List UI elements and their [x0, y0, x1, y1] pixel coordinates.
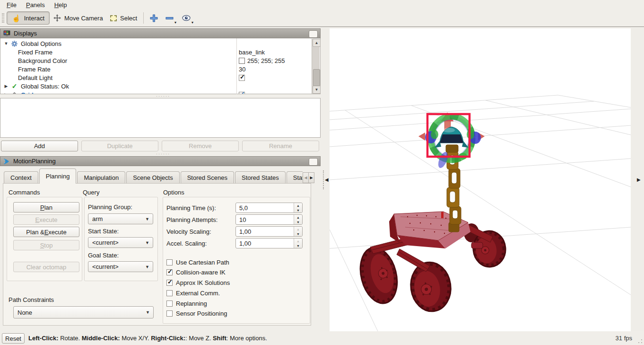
tab-context[interactable]: Context — [4, 171, 38, 183]
spin-down-icon[interactable]: ▼ — [294, 231, 302, 236]
displays-scrollbar[interactable]: ▲ ▼ — [312, 39, 320, 94]
zoom-out-button[interactable]: ▾ — [162, 11, 177, 25]
move-camera-icon — [53, 14, 61, 22]
resize-grip[interactable] — [638, 339, 643, 344]
external-comm-checkbox[interactable] — [166, 290, 173, 296]
goal-state-combo[interactable]: <current>▼ — [88, 261, 153, 272]
move-camera-tool-button[interactable]: Move Camera — [48, 11, 108, 25]
zoom-in-button[interactable] — [147, 11, 161, 25]
velocity-scaling-spinner[interactable]: 1,00 ▲▼ — [235, 226, 303, 237]
interactive-marker[interactable] — [418, 113, 485, 169]
spin-down-icon[interactable]: ▼ — [294, 208, 302, 212]
background-color-label: Background Color — [18, 57, 67, 64]
collision-aware-ik-checkbox[interactable] — [166, 269, 173, 275]
splitter-handle[interactable]: ······ — [156, 151, 170, 156]
scroll-down-icon[interactable]: ▼ — [313, 86, 321, 94]
sensor-positioning-checkbox[interactable] — [166, 310, 173, 317]
plan-button[interactable]: Plan — [13, 202, 79, 212]
rename-display-button[interactable]: Rename — [242, 141, 319, 151]
add-display-button[interactable]: Add — [1, 141, 78, 151]
tab-planning[interactable]: Planning — [39, 168, 77, 184]
background-color-value[interactable]: 255; 255; 255 — [239, 57, 285, 64]
tree-column-divider[interactable] — [236, 38, 237, 94]
displays-panel-float-button[interactable] — [309, 30, 318, 38]
collapse-arrow-icon[interactable]: ▼ — [3, 41, 9, 46]
robot-rover[interactable] — [355, 212, 507, 314]
planning-attempts-spinner[interactable]: 10 ▲▼ — [235, 214, 303, 225]
expand-panel-right-icon[interactable]: ▶ — [637, 177, 641, 182]
grid-checkbox[interactable] — [239, 92, 245, 95]
replanning-checkbox[interactable] — [166, 301, 173, 307]
fixed-frame-value[interactable]: base_link — [239, 49, 265, 56]
mouse-hints: Left-Click: Rotate. Middle-Click: Move X… — [28, 331, 267, 345]
planning-time-spinner[interactable]: 5,0 ▲▼ — [235, 203, 303, 213]
expand-arrow-icon[interactable]: ▶ — [3, 84, 9, 88]
execute-button[interactable]: Execute — [13, 214, 79, 225]
spin-up-icon[interactable]: ▲ — [294, 227, 302, 231]
plan-and-execute-button[interactable]: Plan & Execute — [13, 227, 79, 237]
gear-icon — [11, 41, 18, 47]
stop-button[interactable]: Stop — [13, 240, 79, 250]
velocity-scaling-label: Velocity Scaling: — [166, 228, 211, 235]
tree-row-global-options[interactable]: ▼ Global Options — [0, 39, 311, 48]
3d-scene[interactable] — [330, 28, 631, 331]
fixed-frame-label: Fixed Frame — [18, 49, 52, 56]
use-cartesian-path-checkbox[interactable] — [166, 259, 173, 265]
start-state-combo[interactable]: <current>▼ — [88, 237, 153, 248]
menu-bar: File Panels Help — [0, 0, 644, 9]
spin-up-icon[interactable]: ▲ — [294, 203, 302, 208]
tab-stored-states[interactable]: Stored States — [235, 171, 286, 183]
planning-group-label: Planning Group: — [88, 203, 132, 211]
tab-manipulation[interactable]: Manipulation — [77, 171, 125, 183]
chevron-down-icon: ▼ — [145, 265, 149, 269]
expand-arrow-icon[interactable]: ▶ — [3, 92, 9, 94]
planning-group-combo[interactable]: arm▼ — [88, 213, 153, 224]
scrollbar-thumb[interactable] — [313, 69, 320, 86]
spin-down-icon[interactable]: ▼ — [294, 220, 302, 224]
plus-icon — [150, 14, 158, 22]
reset-button[interactable]: Reset — [2, 333, 25, 344]
motion-planning-float-button[interactable] — [309, 158, 318, 166]
toolbar-drag-handle[interactable] — [2, 13, 4, 23]
tree-row-frame-rate[interactable]: Frame Rate 30 — [0, 65, 311, 73]
spin-down-icon[interactable]: ▼ — [294, 243, 302, 248]
approx-ik-solutions-checkbox[interactable] — [166, 280, 173, 286]
zoom-out-dropdown-arrow[interactable]: ▾ — [174, 20, 176, 25]
tree-row-background-color[interactable]: Background Color 255; 255; 255 — [0, 56, 311, 65]
menu-file[interactable]: File — [2, 0, 21, 9]
menu-help[interactable]: Help — [50, 0, 72, 9]
motion-planning-icon — [3, 158, 10, 165]
menu-panels[interactable]: Panels — [21, 0, 50, 9]
interact-tool-button[interactable]: ☝ Interact — [7, 11, 50, 25]
camera-view-button[interactable]: ▾ — [179, 11, 194, 25]
remove-display-button[interactable]: Remove — [162, 141, 239, 151]
tab-scroll-right-icon[interactable]: ▶ — [308, 172, 314, 183]
default-light-checkbox[interactable] — [239, 75, 245, 81]
collapse-panel-left-icon[interactable]: ◀ — [325, 177, 329, 182]
color-swatch[interactable] — [239, 58, 245, 64]
spin-up-icon[interactable]: ▲ — [294, 215, 302, 220]
tree-row-default-light[interactable]: Default Light — [0, 73, 311, 82]
tab-stored-scenes[interactable]: Stored Scenes — [181, 171, 234, 183]
tab-status[interactable]: Status — [287, 171, 303, 183]
panel-splitter[interactable] — [323, 170, 324, 189]
tab-scene-objects[interactable]: Scene Objects — [126, 171, 180, 183]
displays-icon — [3, 30, 10, 36]
3d-viewport[interactable] — [330, 28, 631, 331]
path-constraints-combo[interactable]: None▼ — [13, 306, 154, 318]
frame-rate-label: Frame Rate — [18, 66, 51, 73]
accel-scaling-spinner[interactable]: 1,00 ▲▼ — [235, 238, 303, 248]
camera-view-dropdown-arrow[interactable]: ▾ — [191, 20, 193, 25]
spin-up-icon[interactable]: ▲ — [294, 239, 302, 243]
tree-row-global-status[interactable]: ▶ ✓ Global Status: Ok — [0, 82, 311, 90]
frame-rate-value[interactable]: 30 — [239, 66, 245, 73]
external-comm-label: External Comm. — [176, 290, 220, 297]
motion-planning-titlebar[interactable]: MotionPlanning — [0, 156, 321, 166]
select-tool-button[interactable]: Select — [105, 11, 142, 25]
tree-row-fixed-frame[interactable]: Fixed Frame base_link — [0, 48, 311, 56]
displays-panel-titlebar[interactable]: Displays — [0, 28, 321, 38]
scroll-up-icon[interactable]: ▲ — [313, 39, 321, 47]
duplicate-display-button[interactable]: Duplicate — [81, 141, 158, 151]
clear-octomap-button[interactable]: Clear octomap — [13, 262, 79, 272]
grid-lines-a — [330, 95, 631, 248]
